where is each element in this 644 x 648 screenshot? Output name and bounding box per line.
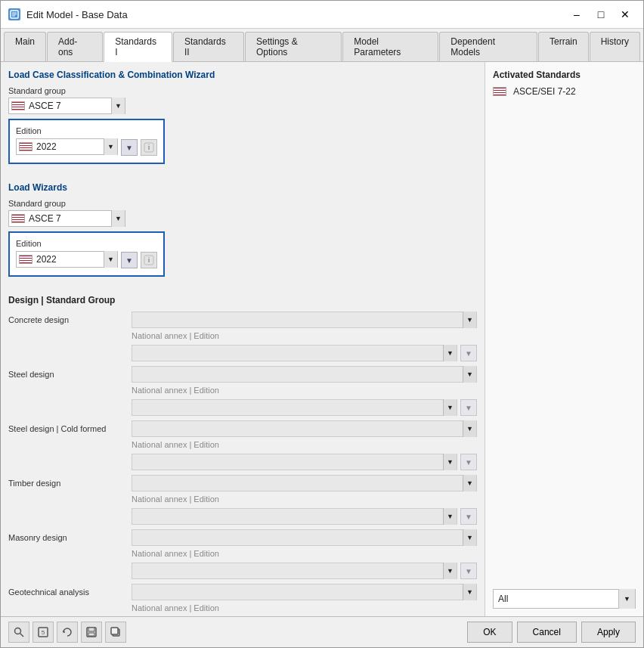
steel-cold-controls: ▼ National annex | Edition ▼ ▼ (132, 420, 477, 470)
steel-cold-national-arrow[interactable]: ▼ (443, 454, 457, 470)
activated-standards-title: Activated Standards (493, 70, 636, 80)
tab-main[interactable]: Main (4, 32, 46, 61)
masonry-national-combo[interactable]: ▼ (132, 563, 457, 579)
bottom-bar: 5 OK Cancel Apply (1, 616, 643, 647)
concrete-filter-btn[interactable]: ▼ (460, 345, 477, 361)
save-tool-button[interactable] (81, 622, 102, 643)
load-case-edition-arrow[interactable]: ▼ (104, 138, 117, 155)
load-case-edition-combo[interactable]: 2022 ▼ (16, 138, 118, 155)
concrete-national-combo[interactable]: ▼ (132, 345, 457, 361)
steel-cold-row: Steel design | Cold formed ▼ National an… (8, 420, 477, 470)
load-case-edition-label: Edition (16, 126, 157, 135)
ok-button[interactable]: OK (467, 622, 512, 643)
svg-text:i: i (148, 256, 150, 264)
load-case-standard-group-arrow[interactable]: ▼ (111, 98, 125, 114)
load-wizards-edition-arrow[interactable]: ▼ (104, 251, 117, 268)
geotechnical-arrow[interactable]: ▼ (463, 584, 476, 600)
tab-standards-ii[interactable]: Standards II (173, 32, 244, 61)
steel-filter-btn[interactable]: ▼ (460, 399, 477, 416)
steel-cold-filter-btn[interactable]: ▼ (460, 454, 477, 470)
cancel-button[interactable]: Cancel (517, 622, 577, 643)
design-section: Design | Standard Group Concrete design … (8, 295, 477, 616)
masonry-design-combo[interactable]: ▼ (132, 529, 477, 546)
steel-national-arrow[interactable]: ▼ (443, 399, 457, 416)
masonry-national-label: National annex | Edition (132, 549, 477, 558)
svg-rect-16 (111, 628, 118, 634)
steel-design-combo[interactable]: ▼ (132, 366, 477, 383)
steel-cold-arrow[interactable]: ▼ (463, 420, 476, 437)
timber-filter-btn[interactable]: ▼ (460, 508, 477, 525)
load-wizards-edition-box: Edition 2022 ▼ ▼ i (8, 231, 165, 277)
concrete-design-arrow[interactable]: ▼ (463, 312, 476, 328)
steel-national-label: National annex | Edition (132, 386, 477, 395)
steel-design-row: Steel design ▼ National annex | Edition … (8, 366, 477, 416)
load-wizards-standard-group-value: ASCE 7 (27, 213, 111, 224)
right-panel: Activated Standards ASCE/SEI 7-22 All ▼ (485, 62, 643, 616)
all-dropdown-value: All (494, 594, 618, 604)
concrete-national-arrow[interactable]: ▼ (443, 345, 457, 361)
tab-history[interactable]: History (590, 32, 640, 61)
masonry-design-label: Masonry design (8, 529, 125, 542)
svg-rect-13 (88, 628, 94, 631)
tab-addons[interactable]: Add-ons (47, 32, 103, 61)
tab-model-parameters[interactable]: Model Parameters (342, 32, 438, 61)
load-wizards-edition-combo[interactable]: 2022 ▼ (16, 251, 118, 268)
tab-standards-i[interactable]: Standards I (104, 32, 172, 62)
svg-line-9 (20, 634, 24, 637)
counter-tool-button[interactable]: 5 (33, 622, 54, 643)
load-case-standard-group-value: ASCE 7 (27, 101, 111, 111)
tab-bar: Main Add-ons Standards I Standards II Se… (1, 29, 643, 62)
copy-tool-button[interactable] (105, 622, 126, 643)
timber-national-label: National annex | Edition (132, 495, 477, 504)
us-flag-lw-ed (19, 255, 33, 264)
maximize-button[interactable]: □ (590, 7, 611, 22)
steel-national-combo[interactable]: ▼ (132, 399, 457, 416)
all-dropdown[interactable]: All ▼ (493, 589, 636, 609)
load-wizards-standard-group-combo[interactable]: ASCE 7 ▼ (8, 210, 125, 227)
svg-rect-14 (88, 633, 94, 636)
all-dropdown-arrow[interactable]: ▼ (618, 589, 635, 609)
app-icon (8, 8, 20, 20)
steel-cold-combo[interactable]: ▼ (132, 420, 477, 437)
search-tool-button[interactable] (8, 622, 29, 643)
steel-design-arrow[interactable]: ▼ (463, 366, 476, 383)
refresh-tool-button[interactable] (57, 622, 78, 643)
timber-national-combo[interactable]: ▼ (132, 508, 457, 525)
load-wizards-edition-value: 2022 (35, 254, 104, 265)
svg-point-8 (15, 628, 21, 634)
minimize-button[interactable]: – (566, 7, 587, 22)
load-wizards-section: Load Wizards Standard group ASCE 7 ▼ Edi… (8, 182, 477, 284)
tab-settings-options[interactable]: Settings & Options (245, 32, 342, 61)
activated-item-asce: ASCE/SEI 7-22 (493, 86, 636, 97)
load-case-standard-group-combo[interactable]: ASCE 7 ▼ (8, 98, 125, 114)
concrete-design-combo[interactable]: ▼ (132, 312, 477, 328)
tab-terrain[interactable]: Terrain (538, 32, 589, 61)
geotechnical-combo[interactable]: ▼ (132, 584, 477, 600)
timber-national-arrow[interactable]: ▼ (443, 508, 457, 525)
masonry-design-row: Masonry design ▼ National annex | Editio… (8, 529, 477, 579)
concrete-design-controls: ▼ National annex | Edition ▼ ▼ (132, 312, 477, 361)
masonry-design-arrow[interactable]: ▼ (463, 529, 476, 546)
load-wizards-standard-group-arrow[interactable]: ▼ (111, 210, 125, 227)
timber-design-arrow[interactable]: ▼ (463, 475, 476, 491)
load-case-section: Load Case Classification & Combination W… (8, 70, 477, 172)
steel-cold-national-combo[interactable]: ▼ (132, 454, 457, 470)
close-button[interactable]: ✕ (615, 7, 636, 22)
us-flag-activated (493, 87, 506, 96)
tab-dependent-models[interactable]: Dependent Models (439, 32, 537, 61)
apply-button[interactable]: Apply (581, 622, 636, 643)
timber-design-label: Timber design (8, 475, 125, 488)
activated-asce-label: ASCE/SEI 7-22 (513, 86, 576, 97)
dialog-buttons: OK Cancel Apply (467, 622, 636, 643)
load-wizards-standard-group-row: ASCE 7 ▼ (8, 210, 477, 228)
main-window: Edit Model - Base Data – □ ✕ Main Add-on… (0, 0, 644, 648)
load-wizards-filter-button[interactable]: ▼ (121, 252, 138, 268)
load-case-filter-button[interactable]: ▼ (121, 139, 138, 156)
masonry-national-arrow[interactable]: ▼ (443, 563, 457, 579)
timber-design-combo[interactable]: ▼ (132, 475, 477, 491)
timber-design-row: Timber design ▼ National annex | Edition… (8, 475, 477, 525)
load-case-info-button[interactable]: i (141, 139, 157, 156)
masonry-filter-btn[interactable]: ▼ (460, 563, 477, 579)
load-wizards-info-button[interactable]: i (141, 252, 157, 268)
us-flag-lc-ed (19, 142, 33, 151)
